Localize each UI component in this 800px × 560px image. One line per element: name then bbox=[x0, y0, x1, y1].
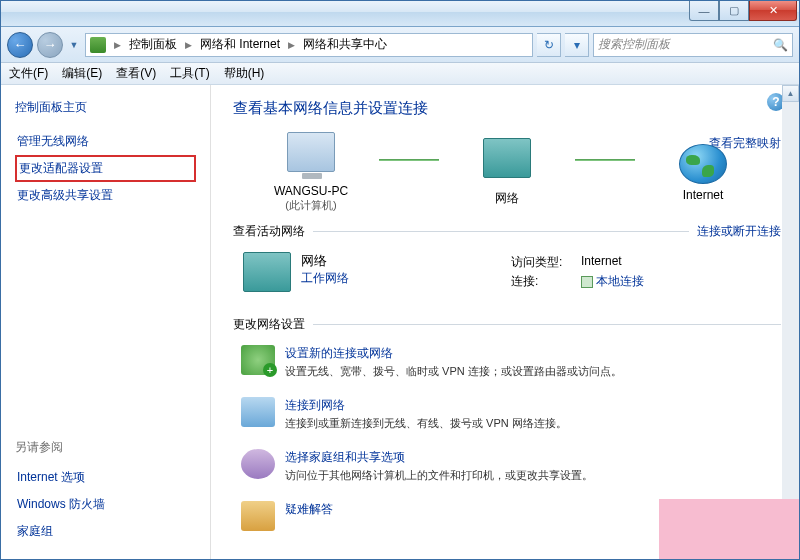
sidebar: 控制面板主页 管理无线网络 更改适配器设置 更改高级共享设置 另请参阅 Inte… bbox=[1, 85, 211, 559]
breadcrumb-sharing-center[interactable]: 网络和共享中心 bbox=[303, 36, 387, 53]
control-panel-icon bbox=[90, 37, 106, 53]
breadcrumb-network-internet[interactable]: 网络和 Internet bbox=[200, 36, 280, 53]
network-map: WANGSU-PC (此计算机) 网络 Internet bbox=[233, 132, 781, 213]
node-this-pc[interactable]: WANGSU-PC (此计算机) bbox=[251, 132, 371, 213]
sidebar-item-manage-wireless[interactable]: 管理无线网络 bbox=[15, 128, 196, 155]
troubleshoot-icon bbox=[241, 501, 275, 531]
access-type-value: Internet bbox=[581, 254, 622, 271]
nic-icon bbox=[581, 276, 593, 288]
task-connect-network[interactable]: 连接到网络连接到或重新连接到无线、有线、拨号或 VPN 网络连接。 bbox=[233, 389, 781, 441]
connect-network-icon bbox=[241, 397, 275, 427]
sidebar-item-advanced-sharing[interactable]: 更改高级共享设置 bbox=[15, 182, 196, 209]
homegroup-icon bbox=[241, 449, 275, 479]
menu-file[interactable]: 文件(F) bbox=[9, 65, 48, 82]
navbar: ← → ▼ ▶ 控制面板 ▶ 网络和 Internet ▶ 网络和共享中心 ↻ … bbox=[1, 27, 799, 63]
address-bar[interactable]: ▶ 控制面板 ▶ 网络和 Internet ▶ 网络和共享中心 bbox=[85, 33, 533, 57]
body: 控制面板主页 管理无线网络 更改适配器设置 更改高级共享设置 另请参阅 Inte… bbox=[1, 85, 799, 559]
refresh-icon: ↻ bbox=[544, 38, 554, 52]
forward-button[interactable]: → bbox=[37, 32, 63, 58]
active-network-row: 网络 工作网络 访问类型:Internet 连接:本地连接 bbox=[233, 244, 781, 306]
access-type-key: 访问类型: bbox=[511, 254, 581, 271]
back-button[interactable]: ← bbox=[7, 32, 33, 58]
net-line-icon bbox=[379, 159, 439, 161]
task-title: 连接到网络 bbox=[285, 397, 567, 414]
address-dropdown[interactable]: ▾ bbox=[565, 33, 589, 57]
sidebar-extra-firewall[interactable]: Windows 防火墙 bbox=[15, 491, 196, 518]
task-title: 设置新的连接或网络 bbox=[285, 345, 622, 362]
node-network[interactable]: 网络 bbox=[447, 138, 567, 207]
titlebar: — ▢ ✕ bbox=[1, 1, 799, 27]
connection-value: 本地连接 bbox=[596, 274, 644, 288]
main-content: ? 查看基本网络信息并设置连接 查看完整映射 WANGSU-PC (此计算机) … bbox=[211, 85, 799, 559]
menu-edit[interactable]: 编辑(E) bbox=[62, 65, 102, 82]
menubar: 文件(F) 编辑(E) 查看(V) 工具(T) 帮助(H) bbox=[1, 63, 799, 85]
task-desc: 访问位于其他网络计算机上的文件和打印机，或更改共享设置。 bbox=[285, 468, 593, 483]
globe-icon bbox=[679, 144, 727, 184]
task-title: 疑难解答 bbox=[285, 501, 333, 518]
node-network-label: 网络 bbox=[447, 190, 567, 207]
search-placeholder: 搜索控制面板 bbox=[598, 36, 670, 53]
forward-arrow-icon: → bbox=[44, 37, 57, 52]
active-network-name: 网络 bbox=[301, 252, 481, 270]
chevron-right-icon: ▶ bbox=[185, 40, 192, 50]
sidebar-see-also: 另请参阅 bbox=[15, 439, 196, 456]
setup-connection-icon bbox=[241, 345, 275, 375]
active-networks-label: 查看活动网络 bbox=[233, 223, 305, 240]
minimize-button[interactable]: — bbox=[689, 1, 719, 21]
node-pc-label: WANGSU-PC bbox=[251, 184, 371, 198]
active-network-type-link[interactable]: 工作网络 bbox=[301, 270, 481, 287]
window: — ▢ ✕ ← → ▼ ▶ 控制面板 ▶ 网络和 Internet ▶ 网络和共… bbox=[0, 0, 800, 560]
back-arrow-icon: ← bbox=[14, 37, 27, 52]
sidebar-home-link[interactable]: 控制面板主页 bbox=[15, 99, 196, 116]
active-networks-title: 查看活动网络 连接或断开连接 bbox=[233, 223, 781, 240]
menu-view[interactable]: 查看(V) bbox=[116, 65, 156, 82]
overlay-watermark bbox=[659, 499, 799, 559]
vertical-scrollbar[interactable]: ▲ ▼ bbox=[782, 85, 799, 559]
scroll-track[interactable] bbox=[782, 102, 799, 542]
menu-tools[interactable]: 工具(T) bbox=[170, 65, 209, 82]
search-input[interactable]: 搜索控制面板 🔍 bbox=[593, 33, 793, 57]
chevron-right-icon: ▶ bbox=[114, 40, 121, 50]
scroll-up-button[interactable]: ▲ bbox=[782, 85, 799, 102]
connection-key: 连接: bbox=[511, 273, 581, 290]
node-pc-sublabel: (此计算机) bbox=[251, 198, 371, 213]
task-desc: 设置无线、宽带、拨号、临时或 VPN 连接；或设置路由器或访问点。 bbox=[285, 364, 622, 379]
connect-disconnect-link[interactable]: 连接或断开连接 bbox=[697, 223, 781, 240]
nav-history-dropdown[interactable]: ▼ bbox=[67, 32, 81, 58]
task-setup-connection[interactable]: 设置新的连接或网络设置无线、宽带、拨号、临时或 VPN 连接；或设置路由器或访问… bbox=[233, 337, 781, 389]
net-line-icon bbox=[575, 159, 635, 161]
network-icon bbox=[243, 252, 291, 292]
computer-icon bbox=[287, 132, 335, 172]
menu-help[interactable]: 帮助(H) bbox=[224, 65, 265, 82]
network-icon bbox=[483, 138, 531, 178]
node-internet[interactable]: Internet bbox=[643, 144, 763, 202]
search-icon: 🔍 bbox=[773, 38, 788, 52]
sidebar-extra-homegroup[interactable]: 家庭组 bbox=[15, 518, 196, 545]
node-internet-label: Internet bbox=[643, 188, 763, 202]
page-title: 查看基本网络信息并设置连接 bbox=[233, 99, 781, 118]
task-desc: 连接到或重新连接到无线、有线、拨号或 VPN 网络连接。 bbox=[285, 416, 567, 431]
change-settings-label: 更改网络设置 bbox=[233, 316, 305, 333]
task-homegroup[interactable]: 选择家庭组和共享选项访问位于其他网络计算机上的文件和打印机，或更改共享设置。 bbox=[233, 441, 781, 493]
change-settings-title: 更改网络设置 bbox=[233, 316, 781, 333]
window-buttons: — ▢ ✕ bbox=[689, 1, 797, 21]
chevron-right-icon: ▶ bbox=[288, 40, 295, 50]
connection-link[interactable]: 本地连接 bbox=[581, 273, 644, 290]
breadcrumb-control-panel[interactable]: 控制面板 bbox=[129, 36, 177, 53]
sidebar-extra-internet-options[interactable]: Internet 选项 bbox=[15, 464, 196, 491]
chevron-down-icon: ▾ bbox=[574, 38, 580, 52]
sidebar-item-adapter-settings[interactable]: 更改适配器设置 bbox=[15, 155, 196, 182]
close-button[interactable]: ✕ bbox=[749, 1, 797, 21]
maximize-button[interactable]: ▢ bbox=[719, 1, 749, 21]
task-title: 选择家庭组和共享选项 bbox=[285, 449, 593, 466]
refresh-button[interactable]: ↻ bbox=[537, 33, 561, 57]
